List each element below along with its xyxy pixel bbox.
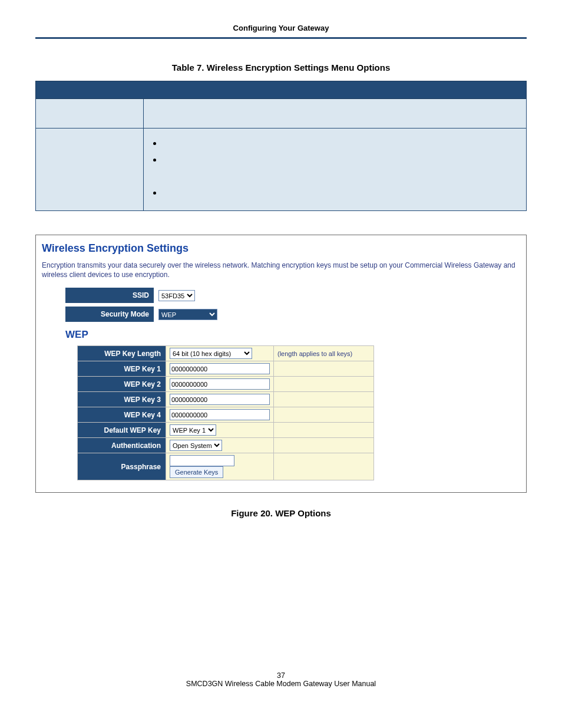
wep-key-3-input[interactable] — [170, 394, 270, 405]
wep-key-1-label: WEP Key 1 — [78, 361, 166, 377]
security-mode-label: Security Mode — [65, 307, 154, 322]
passphrase-input[interactable] — [170, 455, 234, 466]
wep-heading: WEP — [65, 329, 520, 341]
table-bullet — [163, 187, 520, 204]
wep-settings-table: WEP Key Length 64 bit (10 hex digits) (l… — [77, 345, 374, 480]
panel-title: Wireless Encryption Settings — [42, 242, 520, 255]
default-wep-key-select[interactable]: WEP Key 1 — [170, 424, 216, 436]
wep-key-4-label: WEP Key 4 — [78, 407, 166, 423]
table-caption: Table 7. Wireless Encryption Settings Me… — [35, 62, 527, 73]
wep-key-3-label: WEP Key 3 — [78, 392, 166, 407]
section-header: Configuring Your Gateway — [35, 24, 527, 32]
options-table — [35, 81, 527, 211]
wep-key-2-input[interactable] — [170, 378, 270, 390]
page-number: 37 — [35, 671, 527, 680]
wep-key-4-input[interactable] — [170, 409, 270, 420]
figure-caption: Figure 20. WEP Options — [35, 508, 527, 518]
wep-key-1-input[interactable] — [170, 363, 270, 374]
ssid-select[interactable]: 53FD35 — [158, 290, 195, 301]
table-cell — [36, 99, 144, 129]
table-bullet — [163, 154, 520, 187]
table-cell — [144, 129, 527, 211]
table-bullet — [163, 138, 520, 154]
footer-text: SMCD3GN Wireless Cable Modem Gateway Use… — [35, 680, 527, 688]
wep-key-length-select[interactable]: 64 bit (10 hex digits) — [170, 348, 252, 359]
authentication-select[interactable]: Open System — [170, 440, 222, 451]
wep-key-length-label: WEP Key Length — [78, 346, 166, 361]
ssid-label: SSID — [65, 288, 154, 303]
authentication-label: Authentication — [78, 438, 166, 453]
security-mode-select[interactable]: WEP — [158, 309, 217, 320]
wep-key-length-hint: (length applies to all keys) — [277, 350, 352, 357]
generate-keys-button[interactable]: Generate Keys — [170, 466, 223, 478]
wep-key-2-label: WEP Key 2 — [78, 377, 166, 392]
passphrase-label: Passphrase — [78, 453, 166, 480]
table-cell — [144, 99, 527, 129]
wireless-encryption-panel: Wireless Encryption Settings Encryption … — [35, 235, 527, 493]
table-cell — [36, 129, 144, 211]
panel-description: Encryption transmits your data securely … — [42, 261, 520, 279]
default-wep-key-label: Default WEP Key — [78, 423, 166, 438]
table-header — [36, 81, 527, 99]
header-divider — [35, 37, 527, 39]
